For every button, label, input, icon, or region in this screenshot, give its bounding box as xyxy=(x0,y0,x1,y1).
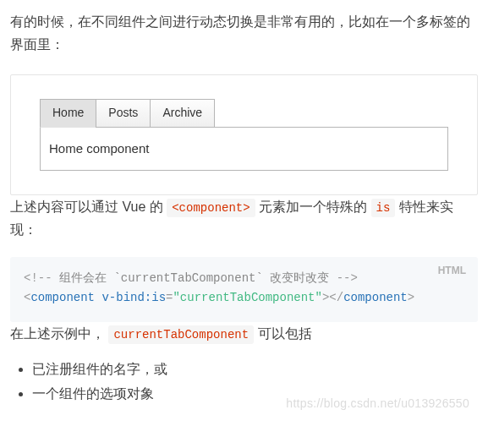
comment-open: <!-- xyxy=(24,271,52,285)
tab-row: Home Posts Archive xyxy=(40,99,448,128)
paragraph-current-tab: 在上述示例中， currentTabComponent 可以包括 xyxy=(10,322,478,346)
tab-home[interactable]: Home xyxy=(40,99,96,128)
close-lt-slash: </ xyxy=(329,291,343,304)
list-item: 已注册组件的名字，或 xyxy=(32,358,478,380)
paragraph-component-is: 上述内容可以通过 Vue 的 <component> 元素加一个特殊的 is 特… xyxy=(10,195,478,242)
text-segment: 在上述示例中， xyxy=(10,326,105,341)
inline-code-is: is xyxy=(371,199,396,217)
angle-close: > xyxy=(408,291,414,304)
comment-body: 组件会在 `currentTabComponent` 改变时改变 xyxy=(52,271,337,285)
inline-code-component: <component> xyxy=(167,199,255,217)
text-segment: 可以包括 xyxy=(258,326,312,341)
attr-name: v-bind:is xyxy=(101,291,166,304)
comment-close: --> xyxy=(337,271,358,285)
intro-paragraph: 有的时候，在不同组件之间进行动态切换是非常有用的，比如在一个多标签的界面里： xyxy=(10,10,478,56)
list-item: 一个组件的选项对象 xyxy=(32,382,478,405)
code-lang-label: HTML xyxy=(438,262,466,279)
tab-posts[interactable]: Posts xyxy=(96,99,151,128)
tag-name-close: component xyxy=(343,291,408,304)
example-box: Home Posts Archive Home component xyxy=(10,74,478,194)
text-segment: 元素加一个特殊的 xyxy=(259,199,370,214)
code-block: HTML <!-- 组件会在 `currentTabComponent` 改变时… xyxy=(10,257,478,323)
text-segment: 上述内容可以通过 Vue 的 xyxy=(10,199,167,214)
tab-panel: Home component xyxy=(40,127,448,171)
inline-code-current-tab: currentTabComponent xyxy=(108,325,254,344)
code-line-tag: <component v-bind:is="currentTabComponen… xyxy=(24,288,464,309)
attr-value: "currentTabComponent" xyxy=(173,291,321,304)
option-list: 已注册组件的名字，或 一个组件的选项对象 xyxy=(10,358,478,405)
tag-name-open: component xyxy=(30,291,95,304)
code-line-comment: <!-- 组件会在 `currentTabComponent` 改变时改变 --… xyxy=(24,269,464,289)
tab-archive[interactable]: Archive xyxy=(150,99,215,128)
